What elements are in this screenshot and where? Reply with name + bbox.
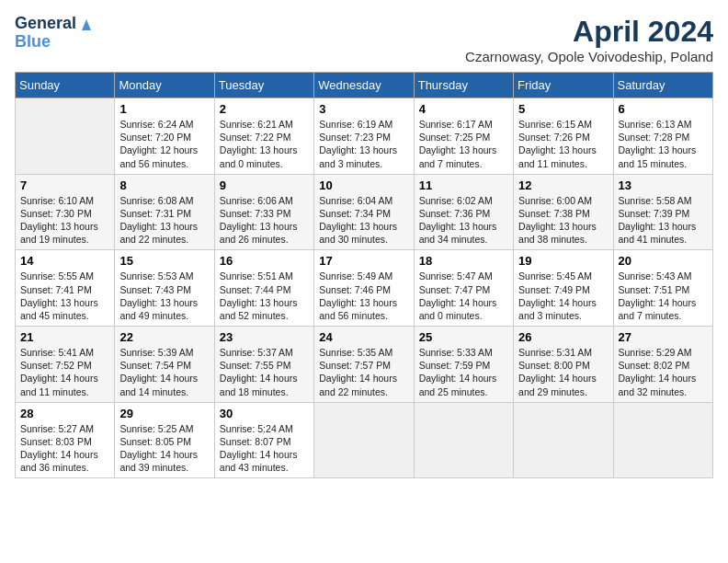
calendar-cell: 10Sunrise: 6:04 AMSunset: 7:34 PMDayligh… [314,174,414,250]
day-info: Sunrise: 5:27 AMSunset: 8:03 PMDaylight:… [20,422,109,475]
day-number: 27 [619,330,708,344]
day-number: 28 [20,407,109,420]
day-info: Sunrise: 6:19 AMSunset: 7:23 PMDaylight:… [319,118,408,170]
calendar-table: SundayMondayTuesdayWednesdayThursdayFrid… [15,72,713,478]
calendar-cell: 5Sunrise: 6:15 AMSunset: 7:26 PMDaylight… [514,98,613,175]
day-number: 4 [419,102,508,116]
day-info: Sunrise: 6:17 AMSunset: 7:25 PMDaylight:… [419,118,508,170]
calendar-cell: 20Sunrise: 5:43 AMSunset: 7:51 PMDayligh… [613,250,712,327]
calendar-cell [613,402,712,478]
weekday-header-monday: Monday [115,73,214,98]
day-info: Sunrise: 5:24 AMSunset: 8:07 PMDaylight:… [220,422,309,475]
calendar-cell: 29Sunrise: 5:25 AMSunset: 8:05 PMDayligh… [115,402,214,478]
day-number: 17 [319,254,408,268]
weekday-header-row: SundayMondayTuesdayWednesdayThursdayFrid… [16,73,713,98]
day-number: 23 [220,330,309,344]
day-info: Sunrise: 5:49 AMSunset: 7:46 PMDaylight:… [319,270,408,322]
day-number: 7 [20,178,109,192]
week-row-4: 21Sunrise: 5:41 AMSunset: 7:52 PMDayligh… [16,327,713,403]
day-info: Sunrise: 5:39 AMSunset: 7:54 PMDaylight:… [119,346,209,398]
calendar-cell [414,402,513,478]
logo-text: General Blue [15,15,95,52]
day-info: Sunrise: 5:41 AMSunset: 7:52 PMDaylight:… [20,346,109,398]
calendar-cell: 13Sunrise: 5:58 AMSunset: 7:39 PMDayligh… [613,174,712,250]
day-number: 16 [220,254,309,268]
month-title: April 2024 [465,15,713,49]
day-number: 24 [319,330,408,344]
week-row-5: 28Sunrise: 5:27 AMSunset: 8:03 PMDayligh… [16,402,713,478]
calendar-cell: 11Sunrise: 6:02 AMSunset: 7:36 PMDayligh… [414,174,513,250]
calendar-cell: 30Sunrise: 5:24 AMSunset: 8:07 PMDayligh… [214,402,313,478]
page-header: General Blue April 2024 Czarnowasy, Opol… [15,15,713,64]
day-number: 9 [220,178,309,192]
svg-marker-0 [82,19,91,30]
day-info: Sunrise: 6:06 AMSunset: 7:33 PMDaylight:… [220,194,309,247]
calendar-cell: 1Sunrise: 6:24 AMSunset: 7:20 PMDaylight… [115,98,214,175]
day-number: 12 [518,178,608,192]
weekday-header-tuesday: Tuesday [214,73,313,98]
day-info: Sunrise: 6:04 AMSunset: 7:34 PMDaylight:… [319,194,408,247]
weekday-header-saturday: Saturday [613,73,712,98]
calendar-cell: 15Sunrise: 5:53 AMSunset: 7:43 PMDayligh… [115,250,214,327]
calendar-cell: 22Sunrise: 5:39 AMSunset: 7:54 PMDayligh… [115,327,214,403]
day-number: 2 [220,102,309,116]
weekday-header-sunday: Sunday [16,73,115,98]
weekday-header-thursday: Thursday [414,73,513,98]
day-number: 30 [220,407,309,420]
calendar-cell: 26Sunrise: 5:31 AMSunset: 8:00 PMDayligh… [514,327,613,403]
calendar-cell [314,402,414,478]
day-number: 5 [518,102,608,116]
day-info: Sunrise: 5:35 AMSunset: 7:57 PMDaylight:… [319,346,408,398]
day-number: 20 [619,254,708,268]
calendar-cell: 4Sunrise: 6:17 AMSunset: 7:25 PMDaylight… [414,98,513,175]
calendar-cell: 24Sunrise: 5:35 AMSunset: 7:57 PMDayligh… [314,327,414,403]
day-info: Sunrise: 5:25 AMSunset: 8:05 PMDaylight:… [119,422,209,475]
calendar-cell: 27Sunrise: 5:29 AMSunset: 8:02 PMDayligh… [613,327,712,403]
calendar-cell: 19Sunrise: 5:45 AMSunset: 7:49 PMDayligh… [514,250,613,327]
day-number: 13 [619,178,708,192]
day-info: Sunrise: 6:13 AMSunset: 7:28 PMDaylight:… [619,118,708,170]
weekday-header-wednesday: Wednesday [314,73,414,98]
day-info: Sunrise: 6:00 AMSunset: 7:38 PMDaylight:… [518,194,608,247]
day-info: Sunrise: 6:08 AMSunset: 7:31 PMDaylight:… [119,194,209,247]
title-block: April 2024 Czarnowasy, Opole Voivodeship… [465,15,713,64]
day-number: 25 [419,330,508,344]
day-info: Sunrise: 5:53 AMSunset: 7:43 PMDaylight:… [119,270,209,322]
calendar-cell: 16Sunrise: 5:51 AMSunset: 7:44 PMDayligh… [214,250,313,327]
calendar-cell: 8Sunrise: 6:08 AMSunset: 7:31 PMDaylight… [115,174,214,250]
logo-icon [78,16,95,32]
day-info: Sunrise: 5:45 AMSunset: 7:49 PMDaylight:… [518,270,608,322]
day-info: Sunrise: 5:31 AMSunset: 8:00 PMDaylight:… [518,346,608,398]
calendar-cell: 9Sunrise: 6:06 AMSunset: 7:33 PMDaylight… [214,174,313,250]
calendar-cell: 25Sunrise: 5:33 AMSunset: 7:59 PMDayligh… [414,327,513,403]
weekday-header-friday: Friday [514,73,613,98]
day-number: 29 [119,407,209,420]
logo: General Blue [15,15,95,52]
day-info: Sunrise: 5:33 AMSunset: 7:59 PMDaylight:… [419,346,508,398]
day-number: 6 [619,102,708,116]
calendar-cell: 17Sunrise: 5:49 AMSunset: 7:46 PMDayligh… [314,250,414,327]
calendar-cell: 28Sunrise: 5:27 AMSunset: 8:03 PMDayligh… [16,402,115,478]
calendar-cell: 2Sunrise: 6:21 AMSunset: 7:22 PMDaylight… [214,98,313,175]
day-info: Sunrise: 6:02 AMSunset: 7:36 PMDaylight:… [419,194,508,247]
calendar-cell: 6Sunrise: 6:13 AMSunset: 7:28 PMDaylight… [613,98,712,175]
day-info: Sunrise: 5:37 AMSunset: 7:55 PMDaylight:… [220,346,309,398]
calendar-cell: 12Sunrise: 6:00 AMSunset: 7:38 PMDayligh… [514,174,613,250]
day-number: 26 [518,330,608,344]
calendar-cell: 21Sunrise: 5:41 AMSunset: 7:52 PMDayligh… [16,327,115,403]
calendar-cell: 18Sunrise: 5:47 AMSunset: 7:47 PMDayligh… [414,250,513,327]
day-number: 19 [518,254,608,268]
week-row-2: 7Sunrise: 6:10 AMSunset: 7:30 PMDaylight… [16,174,713,250]
day-info: Sunrise: 5:29 AMSunset: 8:02 PMDaylight:… [619,346,708,398]
calendar-cell: 23Sunrise: 5:37 AMSunset: 7:55 PMDayligh… [214,327,313,403]
day-number: 14 [20,254,109,268]
calendar-cell [16,98,115,175]
calendar-cell: 7Sunrise: 6:10 AMSunset: 7:30 PMDaylight… [16,174,115,250]
day-number: 3 [319,102,408,116]
week-row-3: 14Sunrise: 5:55 AMSunset: 7:41 PMDayligh… [16,250,713,327]
day-info: Sunrise: 6:10 AMSunset: 7:30 PMDaylight:… [20,194,109,247]
day-number: 8 [119,178,209,192]
location-title: Czarnowasy, Opole Voivodeship, Poland [465,49,713,64]
day-info: Sunrise: 6:24 AMSunset: 7:20 PMDaylight:… [119,118,209,170]
day-info: Sunrise: 5:43 AMSunset: 7:51 PMDaylight:… [619,270,708,322]
